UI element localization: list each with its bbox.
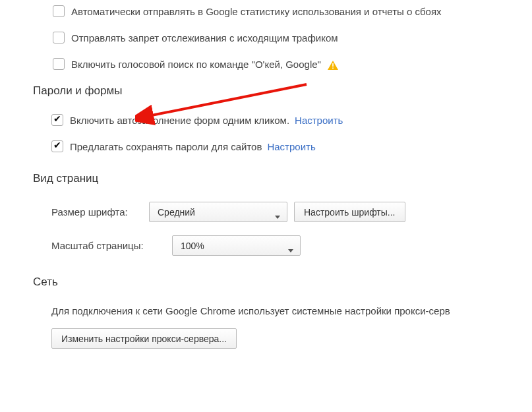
chevron-down-icon (275, 210, 280, 221)
network-section-title: Сеть (33, 276, 532, 289)
dnt-label: Отправлять запрет отслеживания с исходящ… (71, 32, 338, 44)
chevron-down-icon (288, 244, 293, 254)
save-passwords-checkbox[interactable] (51, 140, 63, 152)
svg-rect-2 (332, 67, 334, 69)
svg-rect-1 (332, 63, 334, 67)
save-passwords-configure-link[interactable]: Настроить (267, 141, 315, 152)
page-zoom-value: 100% (181, 241, 204, 251)
svg-marker-4 (288, 249, 293, 252)
warning-icon (328, 58, 338, 69)
svg-marker-3 (275, 216, 280, 219)
stats-label: Автоматически отправлять в Google статис… (71, 6, 442, 17)
proxy-settings-label: Изменить настройки прокси-сервера... (61, 334, 227, 344)
page-zoom-dropdown[interactable]: 100% (172, 235, 301, 256)
customize-fonts-button[interactable]: Настроить шрифты... (294, 202, 405, 222)
font-size-value: Средний (158, 207, 195, 218)
proxy-settings-button[interactable]: Изменить настройки прокси-сервера... (51, 328, 237, 349)
autofill-configure-link[interactable]: Настроить (295, 115, 343, 126)
voice-search-label: Включить голосовой поиск по команде "О'к… (71, 59, 321, 70)
appearance-section-title: Вид страниц (33, 172, 532, 185)
autofill-checkbox[interactable] (51, 114, 63, 126)
page-zoom-label: Масштаб страницы: (51, 240, 160, 251)
save-passwords-label: Предлагать сохранять пароли для сайтов (70, 141, 262, 152)
font-size-dropdown[interactable]: Средний (149, 202, 287, 222)
customize-fonts-label: Настроить шрифты... (304, 207, 396, 218)
stats-checkbox[interactable] (53, 5, 65, 17)
dnt-checkbox[interactable] (53, 32, 65, 44)
font-size-label: Размер шрифта: (51, 206, 137, 218)
network-description: Для подключения к сети Google Chrome исп… (33, 305, 532, 316)
passwords-section-title: Пароли и формы (33, 84, 532, 98)
autofill-label: Включить автозаполнение форм одним клико… (70, 115, 289, 126)
voice-search-checkbox[interactable] (53, 58, 65, 70)
